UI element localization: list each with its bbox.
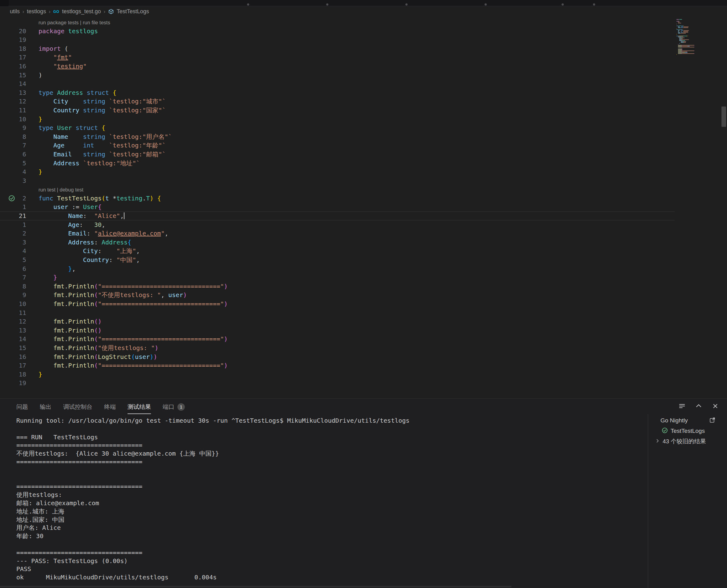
code-line[interactable]: 12 fmt.Println() [0,317,674,326]
code-line[interactable]: 16 fmt.Println(LogStruct(user)) [0,353,674,361]
codelens-run-file-tests[interactable]: run file tests [83,20,110,25]
minimap-line [676,35,706,36]
code-line[interactable]: 12 City string `testlog:"城市"` [0,97,674,106]
code-line[interactable]: 17 fmt.Println("========================… [0,361,674,370]
code-editor[interactable]: run package tests | run file tests20pack… [0,17,727,398]
code-line[interactable]: 10} [0,115,674,124]
code-line[interactable]: 3 Address: Address{ [0,238,674,247]
code-line[interactable]: 20package testlogs [0,27,674,36]
breadcrumb-item-testlogs[interactable]: testlogs [27,8,46,15]
code-line[interactable]: 14 [0,79,674,88]
text-cursor [124,212,124,219]
line-number: 10 [0,299,26,309]
minimap[interactable] [676,19,706,56]
terminal-line: 年龄: 30 [16,532,645,540]
panel-maximize-icon[interactable] [695,402,702,410]
code-line[interactable]: 2 Email: "alice@example.com", [0,229,674,238]
test-result-item[interactable]: TestTestLogs [648,426,721,436]
test-profile-label: Go Nightly [661,417,688,424]
test-profile-row: Go Nightly [648,415,721,426]
code-line[interactable]: 5 Country: "中国", [0,255,674,265]
code-line[interactable]: 4 City: "上海", [0,247,674,255]
codelens-row: run test | debug test [0,185,674,194]
code-line[interactable]: 19 [0,36,674,44]
code-line[interactable]: 14 fmt.Println("========================… [0,335,674,343]
code-line[interactable]: 13 fmt.Println() [0,326,674,335]
panel-close-icon[interactable] [712,402,719,410]
code-text: } [39,370,42,379]
panel-tab-端口[interactable]: 端口1 [163,402,185,414]
code-text: } [39,167,42,176]
breadcrumb-item-utils[interactable]: utils [10,8,20,15]
code-line[interactable]: 8 Name string `testlog:"用户名"` [0,132,674,141]
code-line[interactable]: 16 "testing" [0,62,674,71]
panel-tab-调试控制台[interactable]: 调试控制台 [63,402,93,414]
code-line[interactable]: 1 user := User{ [0,203,674,211]
breadcrumb-separator: › [22,9,24,15]
code-line[interactable]: 18} [0,370,674,379]
code-line[interactable]: 11 [0,309,674,317]
line-number: 7 [0,141,26,150]
panel-tab-输出[interactable]: 输出 [40,402,52,414]
code-line[interactable]: 15) [0,71,674,80]
minimap-line [676,41,706,42]
bottom-panel: 问题输出调试控制台终端测试结果端口1 Running tool: /usr/lo… [0,398,727,588]
code-text: import ( [39,44,68,53]
panel-tab-终端[interactable]: 终端 [104,402,116,414]
code-line[interactable]: 8 fmt.Println("=========================… [0,282,674,291]
ports-count-badge: 1 [178,403,185,411]
code-line[interactable]: 13type Address struct { [0,88,674,97]
output-view-options-icon[interactable] [678,402,686,410]
test-results-output: Running tool: /usr/local/go/bin/go test … [16,417,645,582]
code-line[interactable]: 6 Email string `testlog:"邮箱"` [0,150,674,159]
code-line[interactable]: 5 Address `testlog:"地址"` [0,159,674,168]
code-line[interactable]: 21 Name: "Alice", [0,211,674,220]
editor-scrollbar-thumb[interactable] [722,106,726,127]
minimap-line [676,36,706,36]
test-passed-gutter-icon[interactable] [8,195,15,202]
panel-tab-label: 端口 [163,403,174,411]
minimap-line [676,24,706,24]
minimap-line [676,42,706,43]
minimap-line [676,47,706,47]
terminal-line [16,425,645,433]
minimap-line [676,27,706,28]
codelens-debug-test[interactable]: debug test [60,187,83,192]
code-line[interactable]: 19 [0,379,674,387]
code-line[interactable]: 15 fmt.Println("使用testlogs: ") [0,343,674,353]
code-line[interactable]: 9 fmt.Println("不使用testlogs: ", user) [0,291,674,299]
codelens-run-package-tests[interactable]: run package tests [39,20,79,25]
editor-scrollbar[interactable] [720,17,727,398]
code-line[interactable]: 3 [0,176,674,185]
minimap-line [676,46,706,46]
code-text: type User struct { [39,123,105,132]
code-text: "fmt" [39,53,72,62]
line-number: 4 [0,247,26,255]
panel-tab-测试结果[interactable]: 测试结果 [127,402,151,414]
code-line[interactable]: 18import ( [0,44,674,53]
code-text: fmt.Println("===========================… [39,335,228,343]
open-test-output-icon[interactable] [709,417,716,424]
breadcrumb-item-file[interactable]: testlogs_test.go [62,8,101,15]
code-line[interactable]: 1 Age: 30, [0,220,674,229]
code-line[interactable]: 10 fmt.Println("========================… [0,299,674,309]
panel-tab-问题[interactable]: 问题 [16,402,28,414]
code-line[interactable]: 7 Age int `testlog:"年龄"` [0,141,674,150]
terminal-line [16,475,645,483]
breadcrumb-item-symbol[interactable]: TestTestLogs [117,8,149,15]
line-number: 15 [0,71,26,80]
older-results-row[interactable]: 43 个较旧的结果 [648,436,721,447]
code-line[interactable]: 9type User struct { [0,123,674,132]
minimap-line [676,33,706,34]
codelens-run-test[interactable]: run test [39,187,56,192]
panel-tab-label: 调试控制台 [63,403,93,411]
code-line[interactable]: 7 } [0,273,674,282]
line-number: 21 [0,211,26,220]
code-line[interactable]: 17 "fmt" [0,53,674,62]
minimap-line [676,26,706,27]
code-line[interactable]: 11 Country string `testlog:"国家"` [0,106,674,115]
code-line[interactable]: 6 }, [0,265,674,273]
code-line[interactable]: 2func TestTestLogs(t *testing.T) { [0,194,674,203]
panel-horizontal-scrollbar[interactable] [0,586,511,587]
code-line[interactable]: 4} [0,167,674,176]
